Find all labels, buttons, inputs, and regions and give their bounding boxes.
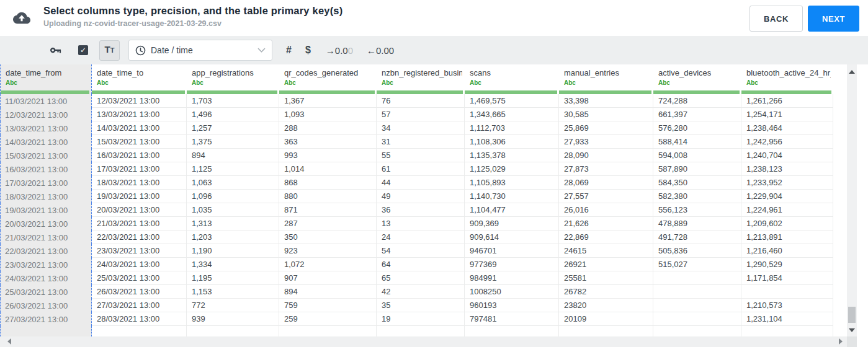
column-type-badge: Abc	[382, 79, 462, 86]
table-cell: 31	[377, 135, 465, 149]
table-cell: 25,869	[559, 121, 653, 135]
column-type-dropdown[interactable]: Date / time	[128, 40, 272, 61]
next-button[interactable]: NEXT	[808, 6, 859, 32]
table-cell: 22/03/2021 13:00	[0, 244, 92, 258]
table-cell: 1,125,029	[465, 162, 559, 176]
remove-decimal-button[interactable]: ←0.00	[367, 45, 394, 56]
cloud-upload-icon	[13, 11, 30, 25]
table-cell	[741, 285, 833, 299]
data-table: date_time_fromAbcdate_time_toAbcapp_regi…	[0, 64, 833, 336]
table-cell: 923	[279, 244, 377, 258]
column-name: nzbn_registered_busine	[382, 68, 462, 77]
text-type-label-small: T	[110, 47, 115, 54]
table-cell: 1,343,665	[465, 108, 559, 121]
table-cell: 27,933	[559, 135, 653, 149]
column-type-dropdown-value: Date / time	[151, 45, 257, 55]
table-cell: 576,280	[653, 121, 741, 135]
table-header-row: date_time_fromAbcdate_time_toAbcapp_regi…	[0, 64, 833, 94]
table-cell: 288	[279, 121, 377, 135]
table-cell: 977369	[465, 258, 559, 271]
table-cell: 25/03/2021 13:00	[0, 285, 92, 299]
table-cell: 19/03/2021 13:00	[92, 190, 187, 203]
table-cell: 35	[377, 299, 465, 312]
column-header-manual_entries[interactable]: manual_entriesAbc	[559, 64, 653, 94]
column-header-qr_codes_generated[interactable]: qr_codes_generatedAbc	[279, 64, 377, 94]
column-header-active_devices[interactable]: active_devicesAbc	[653, 64, 741, 94]
horizontal-scrollbar[interactable]	[0, 336, 857, 347]
table-cell: 25/03/2021 13:00	[92, 271, 187, 285]
table-cell: 21/03/2021 13:00	[92, 217, 187, 231]
table-cell: 23/03/2021 13:00	[0, 258, 92, 271]
currency-type-button[interactable]: $	[305, 45, 311, 56]
column-header-app_registrations[interactable]: app_registrationsAbc	[187, 64, 279, 94]
table-cell: 11/03/2021 13:00	[0, 94, 92, 108]
scroll-right-arrow-icon[interactable]	[839, 338, 843, 345]
empty-cell	[653, 326, 741, 336]
table-cell	[653, 299, 741, 312]
primary-key-icon[interactable]	[50, 44, 62, 56]
table-row: 25/03/2021 13:0026/03/2021 13:001,153894…	[0, 285, 833, 299]
table-cell: 259	[279, 312, 377, 326]
table-cell: 759	[279, 299, 377, 312]
column-name: scans	[470, 68, 557, 77]
table-cell: 1,203	[187, 231, 279, 244]
table-cell: 57	[377, 108, 465, 121]
column-header-date_time_to[interactable]: date_time_toAbc	[92, 64, 187, 94]
table-cell: 27,557	[559, 190, 653, 203]
column-header-nzbn_registered_busine[interactable]: nzbn_registered_busineAbc	[377, 64, 465, 94]
table-cell	[653, 312, 741, 326]
text-type-button[interactable]: TT	[99, 40, 120, 61]
back-button[interactable]: BACK	[749, 6, 803, 32]
table-cell: 17/03/2021 13:00	[0, 176, 92, 190]
empty-cell	[741, 326, 833, 336]
table-cell: 61	[377, 162, 465, 176]
table-cell: 27/03/2021 13:00	[0, 312, 92, 326]
table-cell: 1,135,378	[465, 149, 559, 162]
select-column-checkbox[interactable]: ✓	[78, 45, 88, 55]
table-cell: 25581	[559, 271, 653, 285]
number-type-button[interactable]: #	[286, 45, 292, 56]
empty-row	[0, 326, 833, 336]
table-cell: 44	[377, 176, 465, 190]
add-decimal-button[interactable]: →0.00	[326, 45, 353, 56]
empty-cell	[279, 326, 377, 336]
table-cell: 21,626	[559, 217, 653, 231]
table-cell: 22/03/2021 13:00	[92, 231, 187, 244]
table-cell: 54	[377, 244, 465, 258]
table-cell: 27,873	[559, 162, 653, 176]
scroll-up-arrow-icon[interactable]	[849, 70, 855, 74]
table-cell: 1,224,961	[741, 203, 833, 217]
table-cell: 1,112,703	[465, 121, 559, 135]
column-header-scans[interactable]: scansAbc	[465, 64, 559, 94]
table-row: 18/03/2021 13:0019/03/2021 13:001,096880…	[0, 190, 833, 203]
table-cell: 907	[279, 271, 377, 285]
column-name: app_registrations	[192, 68, 277, 77]
table-cell: 1,195	[187, 271, 279, 285]
column-header-bluetooth_active_24_hr_[interactable]: bluetooth_active_24_hr_Abc	[741, 64, 833, 94]
scroll-down-arrow-icon[interactable]	[849, 328, 855, 332]
column-header-date_time_from[interactable]: date_time_fromAbc	[0, 64, 92, 94]
table-cell: 1,375	[187, 135, 279, 149]
table-cell: 515,027	[653, 258, 741, 271]
column-type-badge: Abc	[658, 79, 739, 86]
chevron-down-icon	[257, 48, 266, 53]
table-cell: 582,380	[653, 190, 741, 203]
table-cell: 588,414	[653, 135, 741, 149]
table-row: 16/03/2021 13:0017/03/2021 13:001,1251,0…	[0, 162, 833, 176]
column-type-toolbar: ✓ TT Date / time # $ →0.00 ←0.00	[0, 36, 868, 64]
table-cell: 34	[377, 121, 465, 135]
vertical-scrollbar[interactable]	[847, 64, 857, 336]
table-cell: 20109	[559, 312, 653, 326]
scroll-left-arrow-icon[interactable]	[7, 338, 11, 345]
table-cell: 1,213,891	[741, 231, 833, 244]
table-cell: 18/03/2021 13:00	[0, 190, 92, 203]
table-cell: 1,171,854	[741, 271, 833, 285]
column-name: qr_codes_generated	[284, 68, 374, 77]
table-cell: 1,313	[187, 217, 279, 231]
table-cell: 20/03/2021 13:00	[0, 217, 92, 231]
vertical-scrollbar-thumb[interactable]	[848, 307, 856, 323]
table-cell: 16/03/2021 13:00	[0, 162, 92, 176]
table-cell: 1,290,529	[741, 258, 833, 271]
table-cell: 1,096	[187, 190, 279, 203]
table-cell: 1,367	[279, 94, 377, 108]
